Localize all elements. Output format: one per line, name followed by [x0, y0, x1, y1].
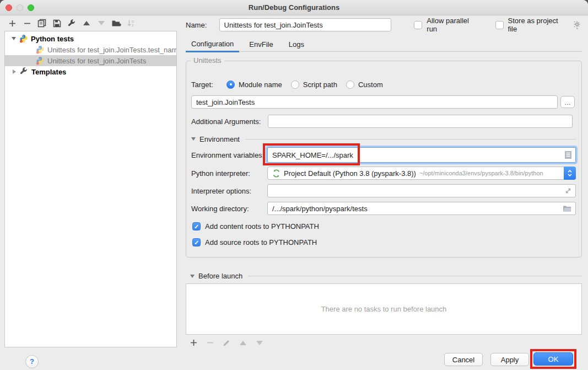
cancel-label: Cancel: [452, 356, 474, 364]
name-input[interactable]: [219, 18, 392, 31]
tab-label: Logs: [289, 40, 304, 49]
copy-icon: [37, 19, 46, 28]
plus-icon: [9, 20, 16, 27]
add-configuration-button[interactable]: [7, 18, 17, 28]
move-task-down-button[interactable]: [255, 338, 265, 348]
expand-field-button[interactable]: [564, 187, 572, 195]
collapse-arrow-icon[interactable]: [190, 275, 195, 278]
target-script-path-radio[interactable]: [291, 81, 299, 89]
target-module-name-label: Module name: [239, 81, 282, 89]
interpreter-options-label: Interpreter options:: [191, 187, 251, 195]
minus-icon: [207, 339, 214, 346]
before-launch-task-list: There are no tasks to run before launch: [186, 283, 582, 335]
before-launch-toolbar: [188, 338, 265, 347]
sort-alphabetically-icon: az: [127, 19, 136, 28]
add-source-roots-checkbox[interactable]: ✓: [192, 238, 201, 246]
working-directory-label: Working directory:: [191, 205, 249, 213]
tab-logs[interactable]: Logs: [283, 37, 310, 51]
move-down-button[interactable]: [96, 18, 106, 28]
python-test-icon: [36, 56, 45, 65]
store-options-button[interactable]: [573, 20, 582, 30]
target-custom-label: Custom: [358, 81, 383, 89]
save-configuration-button[interactable]: [52, 18, 62, 28]
gear-icon: [573, 20, 582, 30]
move-task-up-button[interactable]: [238, 338, 248, 348]
apply-button[interactable]: Apply: [490, 353, 529, 366]
browse-target-button[interactable]: ...: [560, 96, 575, 108]
store-as-project-file-checkbox[interactable]: [495, 21, 504, 29]
cancel-button[interactable]: Cancel: [444, 353, 483, 366]
config-tabs: Configuration EnvFile Logs: [186, 37, 582, 52]
tab-envfile[interactable]: EnvFile: [244, 37, 278, 51]
interpreter-options-input[interactable]: [267, 184, 576, 197]
new-folder-button[interactable]: [111, 18, 121, 28]
allow-parallel-run-label: Allow parallel run: [427, 17, 481, 33]
python-interpreter-path: ~/opt/miniconda3/envs/pyspark-3.8/bin/py…: [419, 170, 543, 176]
environment-section-title: Environment: [199, 135, 240, 143]
section-divider: [248, 276, 582, 276]
titlebar: Run/Debug Configurations: [0, 0, 588, 15]
tree-item-templates[interactable]: Templates: [5, 66, 176, 77]
target-input[interactable]: [191, 95, 558, 109]
additional-arguments-input[interactable]: [268, 115, 573, 128]
minus-icon: [24, 20, 31, 27]
tree-item-test-narrow[interactable]: Unittests for test_join.JoinTests.test_n…: [5, 44, 176, 55]
triangle-down-icon: [98, 21, 105, 25]
tree-item-label: Python tests: [31, 35, 74, 43]
tree-item-label: Unittests for test_join.JoinTests: [47, 57, 146, 65]
collapse-arrow-icon[interactable]: [12, 37, 16, 40]
python-test-icon: [36, 45, 45, 54]
help-button[interactable]: ?: [25, 355, 39, 368]
save-icon: [53, 19, 61, 28]
triangle-up-icon: [83, 21, 90, 25]
wrench-icon: [68, 19, 76, 28]
unittests-group: Unittests Target: Module name Script pat…: [186, 61, 582, 258]
edit-task-button[interactable]: [222, 338, 231, 348]
add-content-roots-checkbox[interactable]: ✓: [192, 222, 201, 230]
browse-folder-button[interactable]: [563, 205, 572, 212]
tree-item-label: Unittests for test_join.JoinTests.test_n…: [47, 46, 176, 54]
ok-button[interactable]: OK: [533, 352, 573, 366]
folder-icon: [563, 205, 572, 212]
expand-field-icon: [564, 187, 572, 195]
window-title: Run/Debug Configurations: [0, 0, 588, 15]
working-directory-input[interactable]: /.../spark/python/pyspark/tests: [267, 202, 576, 215]
before-launch-title: Before launch: [198, 272, 242, 280]
python-interpreter-label: Python interpreter:: [191, 169, 250, 178]
target-custom-radio[interactable]: [346, 81, 354, 89]
tab-configuration[interactable]: Configuration: [186, 37, 239, 52]
sort-configurations-button[interactable]: az: [126, 18, 136, 28]
name-label: Name:: [186, 21, 219, 29]
move-up-button[interactable]: [82, 18, 91, 28]
add-task-button[interactable]: [188, 338, 198, 348]
apply-label: Apply: [501, 356, 519, 364]
tree-item-jointests-selected[interactable]: Unittests for test_join.JoinTests: [5, 55, 176, 66]
triangle-down-icon: [256, 341, 263, 345]
expand-arrow-icon[interactable]: [13, 69, 16, 74]
target-script-path-label: Script path: [303, 81, 337, 89]
templates-wrench-icon: [20, 67, 29, 76]
highlight-ok-button: OK: [530, 349, 576, 369]
remove-configuration-button[interactable]: [22, 18, 32, 28]
environment-variables-input[interactable]: SPARK_HOME=/.../spark: [267, 147, 576, 163]
environment-variables-value: SPARK_HOME=/.../spark: [272, 151, 353, 159]
before-launch-header: Before launch: [190, 272, 582, 280]
tab-label: EnvFile: [249, 40, 273, 49]
combo-chevrons-icon[interactable]: [564, 167, 576, 180]
remove-task-button[interactable]: [205, 338, 215, 348]
target-module-name-radio[interactable]: [226, 81, 235, 89]
store-as-project-file-label: Store as project file: [508, 17, 569, 33]
python-interpreter-value: Project Default (Python 3.8 (pyspark-3.8…: [284, 169, 416, 178]
tree-item-python-tests[interactable]: Python tests: [5, 33, 176, 44]
python-interpreter-select[interactable]: Project Default (Python 3.8 (pyspark-3.8…: [267, 167, 576, 180]
before-launch-empty-message: There are no tasks to run before launch: [321, 305, 447, 313]
collapse-arrow-icon[interactable]: [191, 137, 196, 141]
plus-icon: [190, 339, 197, 346]
triangle-up-icon: [240, 341, 246, 345]
copy-configuration-button[interactable]: [37, 18, 47, 28]
edit-environment-variables-button[interactable]: [564, 151, 572, 159]
allow-parallel-run-checkbox[interactable]: [414, 21, 422, 29]
environment-variables-label: Environment variables:: [191, 151, 264, 159]
tab-label: Configuration: [191, 40, 234, 48]
edit-templates-button[interactable]: [67, 18, 77, 28]
